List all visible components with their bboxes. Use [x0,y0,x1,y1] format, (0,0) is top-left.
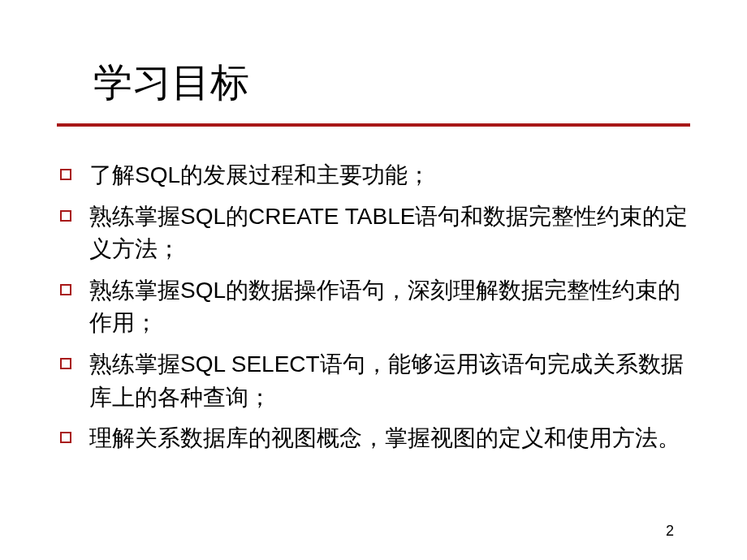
bullet-text: 理解关系数据库的视图概念，掌握视图的定义和使用方法。 [89,422,690,455]
list-item: 熟练掌握SQL的数据操作语句，深刻理解数据完整性约束的作用； [57,274,690,340]
list-item: 了解SQL的发展过程和主要功能； [57,159,690,192]
page-number: 2 [666,523,674,540]
bullet-icon [60,358,71,369]
list-item: 熟练掌握SQL SELECT语句，能够运用该语句完成关系数据库上的各种查询； [57,348,690,414]
slide-title: 学习目标 [93,57,690,109]
list-item: 熟练掌握SQL的CREATE TABLE语句和数据完整性约束的定义方法； [57,200,690,266]
title-divider [57,123,690,127]
slide-container: 学习目标 了解SQL的发展过程和主要功能； 熟练掌握SQL的CREATE TAB… [0,0,747,560]
bullet-icon [60,432,71,443]
bullet-text: 熟练掌握SQL的数据操作语句，深刻理解数据完整性约束的作用； [89,274,690,340]
bullet-icon [60,210,71,222]
bullet-text: 了解SQL的发展过程和主要功能； [89,159,690,192]
list-item: 理解关系数据库的视图概念，掌握视图的定义和使用方法。 [57,422,690,455]
bullet-list: 了解SQL的发展过程和主要功能； 熟练掌握SQL的CREATE TABLE语句和… [57,159,690,455]
bullet-text: 熟练掌握SQL的CREATE TABLE语句和数据完整性约束的定义方法； [89,200,690,266]
bullet-icon [60,169,71,180]
bullet-icon [60,284,71,295]
bullet-text: 熟练掌握SQL SELECT语句，能够运用该语句完成关系数据库上的各种查询； [89,348,690,414]
